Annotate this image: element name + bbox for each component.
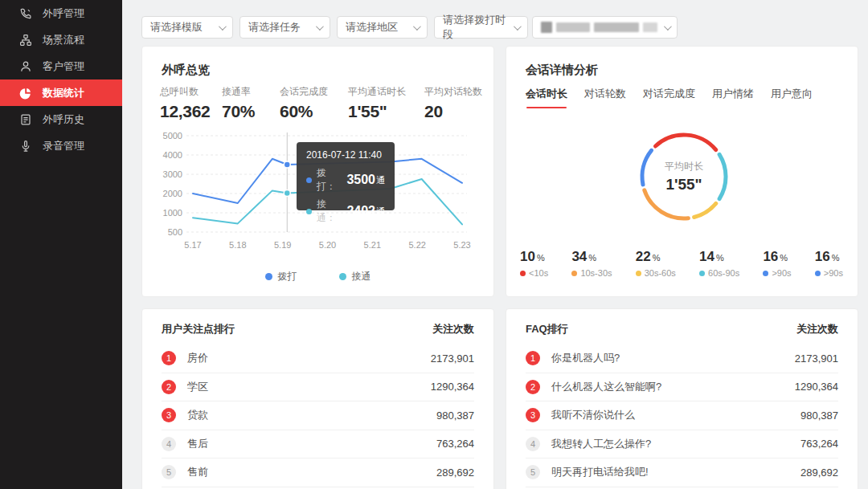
rank-label: 售后 bbox=[187, 437, 208, 451]
svg-text:5000: 5000 bbox=[163, 131, 182, 141]
table-row[interactable]: 5 明天再打电话给我吧! 289,692 bbox=[526, 458, 838, 487]
svg-text:3000: 3000 bbox=[163, 169, 182, 179]
tab-dialog-completion[interactable]: 对话完成度 bbox=[643, 87, 695, 108]
connected-series-dot bbox=[306, 209, 312, 214]
tab-dialog-rounds[interactable]: 对话轮数 bbox=[584, 87, 626, 108]
bucket-dot bbox=[520, 271, 526, 276]
percent-sign: % bbox=[537, 253, 545, 263]
connected-legend-dot bbox=[339, 273, 346, 280]
donut-chart-area[interactable]: 平均时长 1'55" bbox=[636, 128, 732, 225]
percent-sign: % bbox=[716, 253, 724, 263]
tooltip-unit: 通 bbox=[376, 206, 385, 218]
tooltip-row-connected: 接通： 2402 通 bbox=[306, 198, 385, 225]
task-select[interactable]: 请选择任务 bbox=[240, 16, 330, 39]
dashboard-page: 外呼管理 场景流程 客户管理 数据统计 外呼历史 bbox=[0, 0, 868, 489]
sidebar-item-label: 录音管理 bbox=[43, 139, 84, 153]
dstat-value: 22 bbox=[636, 249, 651, 264]
sidebar-item-scene-flow[interactable]: 场景流程 bbox=[0, 26, 122, 53]
stat-value: 12,362 bbox=[160, 102, 210, 121]
stat-value: 1'55" bbox=[348, 102, 406, 121]
dstat-gt90s-2: 16% >90s bbox=[815, 249, 843, 278]
task-select-placeholder: 请选择任务 bbox=[248, 20, 309, 35]
rank-label: 什么机器人这么智能啊? bbox=[551, 380, 661, 394]
rank-badge: 3 bbox=[162, 408, 176, 422]
sidebar-item-outbound-history[interactable]: 外呼历史 bbox=[0, 106, 122, 132]
stat-connect-rate: 接通率 70% bbox=[222, 85, 255, 121]
rank-badge: 2 bbox=[162, 380, 176, 394]
stat-label: 平均对话轮数 bbox=[424, 85, 482, 99]
tooltip-label: 拨打： bbox=[317, 166, 343, 194]
chevron-down-icon bbox=[316, 22, 324, 31]
stats-pie-icon bbox=[19, 87, 32, 100]
dstat-value: 16 bbox=[763, 249, 778, 264]
chevron-down-icon bbox=[413, 22, 421, 31]
dstat-30s-60s: 22% 30s-60s bbox=[636, 249, 676, 278]
stat-value: 70% bbox=[222, 102, 255, 121]
rank-label: 明天再打电话给我吧! bbox=[551, 465, 649, 479]
table-row[interactable]: 3 我听不清你说什么 980,387 bbox=[526, 401, 838, 430]
table-row[interactable]: 5 售前 289,692 bbox=[162, 458, 474, 487]
tab-user-sentiment[interactable]: 用户情绪 bbox=[712, 87, 754, 108]
dstat-gt90s: 16% >90s bbox=[763, 249, 791, 278]
table-row[interactable]: 4 我想转人工怎么操作? 763,264 bbox=[526, 430, 838, 459]
sidebar-item-label: 场景流程 bbox=[43, 33, 84, 47]
rank-label: 我听不清你说什么 bbox=[551, 408, 635, 422]
ranking-header: 用户关注点排行 关注次数 bbox=[162, 322, 474, 336]
rank-badge: 5 bbox=[526, 465, 540, 479]
chart-legend: 拨打 接通 bbox=[142, 270, 493, 283]
ranking-header: FAQ排行 关注次数 bbox=[526, 322, 838, 336]
bucket-dot bbox=[763, 271, 768, 276]
table-row[interactable]: 1 房价 2173,901 bbox=[162, 344, 474, 373]
sidebar-item-label: 数据统计 bbox=[43, 86, 84, 100]
sidebar-item-data-statistics[interactable]: 数据统计 bbox=[0, 79, 122, 106]
tooltip-value: 2402 bbox=[346, 204, 375, 218]
table-row[interactable]: 3 贷款 980,387 bbox=[162, 401, 474, 430]
legend-item-connected[interactable]: 接通 bbox=[339, 270, 371, 283]
template-select[interactable]: 请选择模版 bbox=[141, 16, 233, 39]
donut-center-label: 平均时长 1'55" bbox=[636, 128, 732, 225]
rank-badge: 1 bbox=[162, 351, 176, 365]
svg-text:5.21: 5.21 bbox=[364, 240, 381, 250]
legend-item-dialed[interactable]: 拨打 bbox=[265, 270, 297, 283]
region-select[interactable]: 请选择地区 bbox=[337, 16, 428, 39]
ranking-column-header: 关注次数 bbox=[796, 322, 838, 336]
outbound-overview-card: 外呼总览 总呼叫数 12,362 接通率 70% 会话完成度 60% 平均通话时… bbox=[141, 46, 494, 297]
dstat-value: 16 bbox=[815, 249, 830, 264]
svg-text:5.19: 5.19 bbox=[274, 240, 291, 250]
bucket-label: 60s-90s bbox=[708, 268, 739, 278]
table-row[interactable]: 2 什么机器人这么智能啊? 1290,364 bbox=[526, 373, 838, 402]
ranking-rows: 1 你是机器人吗? 2173,901 2 什么机器人这么智能啊? 1290,36… bbox=[526, 344, 838, 487]
call-period-select[interactable]: 请选择拨打时段 bbox=[434, 16, 528, 39]
customer-icon bbox=[19, 60, 32, 73]
rank-badge: 5 bbox=[162, 465, 176, 479]
table-row[interactable]: 2 学区 1290,364 bbox=[162, 373, 474, 402]
percent-sign: % bbox=[780, 253, 788, 263]
svg-text:4000: 4000 bbox=[163, 150, 182, 160]
sidebar-item-outbound-management[interactable]: 外呼管理 bbox=[0, 0, 122, 26]
redacted-select[interactable] bbox=[532, 16, 678, 39]
call-period-select-placeholder: 请选择拨打时段 bbox=[443, 13, 507, 42]
sidebar-item-customer-management[interactable]: 客户管理 bbox=[0, 53, 122, 79]
svg-text:500: 500 bbox=[168, 227, 182, 237]
sidebar-item-recording-management[interactable]: 录音管理 bbox=[0, 132, 122, 159]
table-row[interactable]: 1 你是机器人吗? 2173,901 bbox=[526, 344, 838, 373]
tab-user-intent[interactable]: 用户意向 bbox=[771, 87, 813, 108]
bucket-label: >90s bbox=[824, 268, 843, 278]
microphone-icon bbox=[19, 140, 32, 153]
rank-label: 你是机器人吗? bbox=[551, 351, 620, 365]
dialed-series-dot bbox=[306, 177, 312, 183]
dstat-value: 34 bbox=[571, 249, 587, 264]
chevron-down-icon bbox=[219, 22, 227, 31]
stat-session-completion: 会话完成度 60% bbox=[280, 85, 328, 121]
rank-value: 980,387 bbox=[800, 410, 838, 422]
chevron-down-icon bbox=[514, 22, 522, 31]
tab-session-duration[interactable]: 会话时长 bbox=[526, 87, 567, 108]
table-row[interactable]: 4 售后 763,264 bbox=[162, 430, 474, 459]
line-chart-area[interactable]: 500100020003000400050005.175.185.195.205… bbox=[150, 130, 475, 252]
analysis-tabs: 会话时长 对话轮数 对话完成度 用户情绪 用户意向 bbox=[526, 87, 829, 108]
svg-text:5.18: 5.18 bbox=[229, 240, 246, 250]
card-title: 会话详情分析 bbox=[526, 63, 598, 78]
rank-value: 763,264 bbox=[800, 438, 838, 450]
stat-avg-call-duration: 平均通话时长 1'55" bbox=[348, 85, 406, 121]
bucket-dot bbox=[815, 271, 821, 276]
